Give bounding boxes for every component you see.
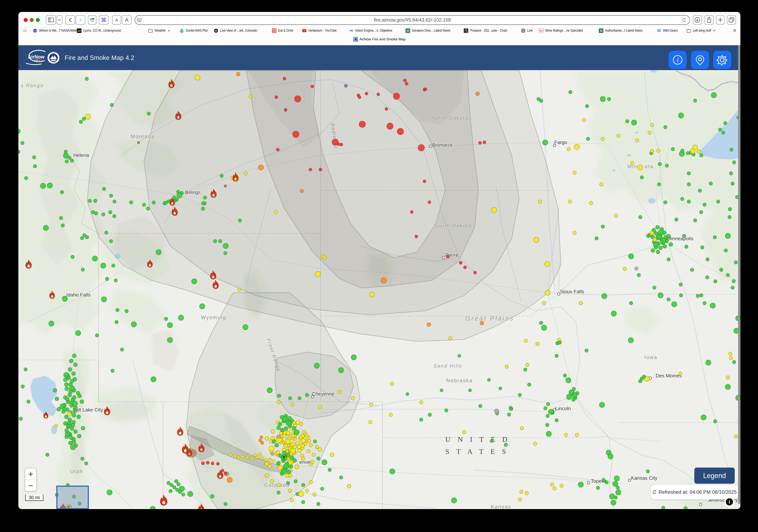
svg-text:E: E xyxy=(466,31,467,33)
svg-text:Sand Hills: Sand Hills xyxy=(433,363,463,369)
svg-text:Montana: Montana xyxy=(131,134,155,140)
svg-text:W: W xyxy=(657,28,661,33)
svg-text:Des Moines: Des Moines xyxy=(656,373,682,379)
svg-text:Fargo: Fargo xyxy=(554,140,567,145)
svg-text:Lincoln: Lincoln xyxy=(555,406,571,411)
svg-text:Bismarck: Bismarck xyxy=(432,142,453,148)
svg-text:Minneapolis: Minneapolis xyxy=(667,236,693,241)
svg-text:Wyoming: Wyoming xyxy=(201,315,226,320)
svg-text:Kansas: Kansas xyxy=(491,504,511,509)
svg-text:Great Plains: Great Plains xyxy=(465,315,514,322)
svg-text:i: i xyxy=(677,56,678,64)
svg-text:WS: WS xyxy=(539,29,543,32)
svg-text:s Range: s Range xyxy=(21,83,44,88)
svg-text:North Dakota: North Dakota xyxy=(431,115,468,121)
svg-text:Utah: Utah xyxy=(70,469,83,474)
svg-text:T: T xyxy=(283,455,285,460)
svg-text:S T A T E S: S T A T E S xyxy=(445,448,509,455)
svg-text:Billings: Billings xyxy=(185,189,200,195)
svg-text:Nebraska: Nebraska xyxy=(446,378,473,383)
svg-text:ota: ota xyxy=(645,164,654,169)
svg-text:Iowa: Iowa xyxy=(644,354,657,360)
svg-text:South Dakota: South Dakota xyxy=(434,223,472,228)
svg-text:H: H xyxy=(407,29,409,32)
svg-text:U N I T E D: U N I T E D xyxy=(445,435,510,443)
svg-text:T: T xyxy=(465,29,467,31)
svg-text:Helena: Helena xyxy=(73,152,89,158)
svg-text:AIR QUALITY RESPONSE: AIR QUALITY RESPONSE xyxy=(47,62,60,63)
svg-text:Kansas City: Kansas City xyxy=(631,475,657,481)
svg-text:NASA: NASA xyxy=(33,30,37,31)
svg-text:Idaho Falls: Idaho Falls xyxy=(66,292,90,298)
svg-text:Sioux Falls: Sioux Falls xyxy=(560,289,584,294)
svg-text:INTERAGENCY WILDLAND: INTERAGENCY WILDLAND xyxy=(47,52,60,53)
svg-text:H: H xyxy=(600,29,603,32)
svg-text:AirNow: AirNow xyxy=(28,54,45,59)
svg-text:Cheyenne: Cheyenne xyxy=(312,391,334,397)
